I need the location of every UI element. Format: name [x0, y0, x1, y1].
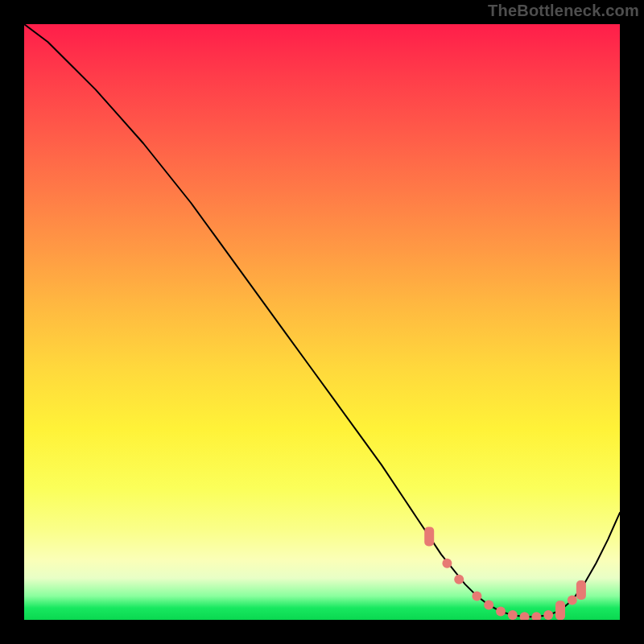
curve-marker: [454, 575, 464, 584]
curve-overlay: [24, 24, 620, 620]
curve-marker: [424, 526, 434, 546]
curve-marker: [555, 601, 565, 620]
bottleneck-chart: [24, 24, 620, 620]
curve-marker: [496, 607, 506, 617]
curve-markers: [424, 526, 586, 620]
curve-marker: [442, 559, 452, 568]
bottleneck-curve: [24, 24, 620, 617]
curve-marker: [472, 591, 481, 601]
curve-marker: [484, 601, 493, 610]
curve-marker: [531, 612, 541, 620]
curve-marker: [508, 610, 518, 620]
watermark-source: TheBottleneck.com: [488, 2, 639, 20]
curve-marker: [576, 580, 586, 600]
curve-marker: [520, 612, 530, 620]
curve-marker: [543, 610, 553, 620]
curve-marker: [568, 596, 577, 605]
